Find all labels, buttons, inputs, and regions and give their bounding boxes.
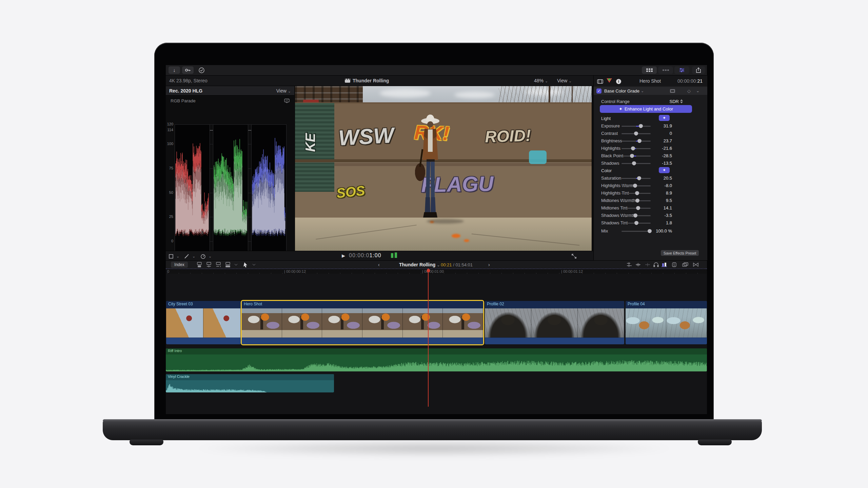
adjust-value[interactable]: -3.5 [665,213,672,218]
adjust-value[interactable]: -28.5 [662,153,672,158]
tool-select-dropdown[interactable] [243,262,257,267]
clip-name: Riff Intro [166,348,707,354]
import-button[interactable]: ↓ [169,66,180,74]
adjust-value[interactable]: 8.9 [666,190,672,196]
share-button[interactable] [692,66,705,74]
stepper-icon[interactable] [680,99,683,103]
adjust-slider[interactable] [622,126,651,127]
slider-thumb[interactable] [633,214,637,218]
adjust-slider[interactable] [622,185,651,186]
adjust-slider[interactable] [622,178,651,179]
adjust-value[interactable]: 31.9 [664,123,672,128]
timeline-clip-profile-04[interactable]: Profile 04 [626,301,707,344]
slider-thumb[interactable] [637,139,642,143]
adjust-value[interactable]: 9.5 [666,198,672,203]
adjust-slider[interactable] [622,148,651,149]
section-label: Color [601,168,612,173]
adjust-value[interactable]: 0 [670,131,672,136]
slider-thumb[interactable] [636,206,640,210]
adjust-value[interactable]: 100.0 % [656,228,672,233]
audio-clip-riff-intro[interactable]: Riff Intro [166,348,707,371]
adjust-slider[interactable] [622,208,651,209]
scope-settings-icon[interactable] [284,99,290,103]
background-tasks-button[interactable] [196,66,206,74]
slider-thumb[interactable] [632,161,636,165]
timeline-project-dropdown[interactable]: Thunder Rolling⌄ [399,262,440,267]
timeline-clip-profile-02[interactable]: Profile 02 [485,301,624,344]
adjust-slider[interactable] [622,163,651,164]
audio-meter-left [391,253,393,258]
timeline-clip-hero-shot[interactable]: Hero Shot [242,301,483,344]
color-inspector-tab[interactable] [607,78,612,84]
timeline-clip-city-street-03[interactable]: City Street 03 [166,301,241,344]
adjust-value[interactable]: -8.0 [665,183,672,188]
enhance-light-color-button[interactable]: ✦ Enhance Light and Color [600,105,692,113]
colorspace-label: Rec. 2020 HLG [169,88,202,94]
section-auto-enhance-button[interactable]: ✦ [659,167,670,173]
adjust-slider[interactable] [622,156,651,157]
effects-wand-button[interactable]: ⌄ [184,253,195,259]
previous-project-button[interactable]: ‹ [378,262,380,267]
adjust-slider[interactable] [622,231,651,232]
save-effects-preset-button[interactable]: Save Effects Preset [661,250,699,256]
viewer-view-dropdown[interactable]: View⌄ [557,78,572,83]
adjust-slider[interactable] [622,200,651,201]
retime-button[interactable]: ⌄ [200,253,212,259]
slider-thumb[interactable] [631,146,635,150]
timeline-index-button[interactable]: Index [171,262,188,268]
slider-thumb[interactable] [634,131,638,136]
effect-enabled-checkbox[interactable]: ✓ [596,88,601,94]
slider-thumb[interactable] [635,199,639,203]
scope-view-dropdown[interactable]: View⌄ [276,88,291,94]
chevron-down-icon: ⌄ [569,79,572,83]
viewer-zoom-dropdown[interactable]: 48%⌄ [534,78,548,83]
show-browser-button[interactable] [642,66,657,74]
viewer-expand-button[interactable] [571,253,577,259]
next-project-button[interactable]: › [488,262,490,267]
adjust-value[interactable]: -21.6 [662,146,672,151]
timeline-option-icons[interactable] [626,262,702,267]
adjust-value[interactable]: 14.1 [664,205,672,210]
macbook-base-edge [103,419,762,421]
crop-tool-button[interactable]: ⌄ [169,253,179,259]
clip-thumbnail [322,308,362,338]
section-auto-enhance-button[interactable]: ✦ [659,115,670,121]
show-timeline-button[interactable] [658,66,673,74]
chevron-down-icon: ⌄ [437,263,440,267]
adjust-value[interactable]: 23.7 [664,138,672,143]
video-inspector-tab[interactable] [597,78,603,84]
playhead[interactable] [428,268,429,407]
adjust-slider[interactable] [622,215,651,216]
adjust-slider[interactable] [622,223,651,224]
chevron-down-icon [235,264,237,265]
adjust-slider[interactable] [622,133,651,134]
project-format-label: 4K 23.98p, Stereo [169,78,208,83]
slider-thumb[interactable] [635,191,639,195]
control-range-value[interactable]: SDR [670,99,679,104]
adjust-value[interactable]: 20.5 [664,176,672,181]
slider-thumb[interactable] [630,154,634,158]
keywords-button[interactable] [182,66,194,74]
show-inspector-button[interactable] [674,66,689,74]
playhead-handle[interactable] [427,269,430,272]
effect-collapse-chevron[interactable]: ⌄ [696,88,699,93]
magic-wand-icon: ✦ [619,106,623,111]
slider-thumb[interactable] [648,229,652,233]
slider-thumb[interactable] [634,221,638,225]
slider-thumb[interactable] [637,176,641,180]
adjust-slider[interactable] [622,141,651,142]
adjust-value[interactable]: 1.8 [666,220,672,225]
slider-thumb[interactable] [639,124,643,128]
bowtie-icon [693,263,698,266]
edit-buttons-group[interactable] [197,262,237,267]
adjust-value[interactable]: -13.5 [662,161,672,166]
info-inspector-tab[interactable]: i [616,78,621,84]
compare-viewer-icon[interactable] [670,89,675,93]
keyframe-diamond-icon[interactable]: ◇ [687,88,691,94]
play-button[interactable]: ▶ [342,253,345,258]
check-circle-icon [199,67,204,73]
audio-clip-vinyl-crackle[interactable]: Vinyl Crackle [166,374,334,392]
slider-thumb[interactable] [633,184,637,188]
inspector-clip-duration: 00:00:00:21 [677,78,703,84]
adjust-slider[interactable] [622,193,651,194]
